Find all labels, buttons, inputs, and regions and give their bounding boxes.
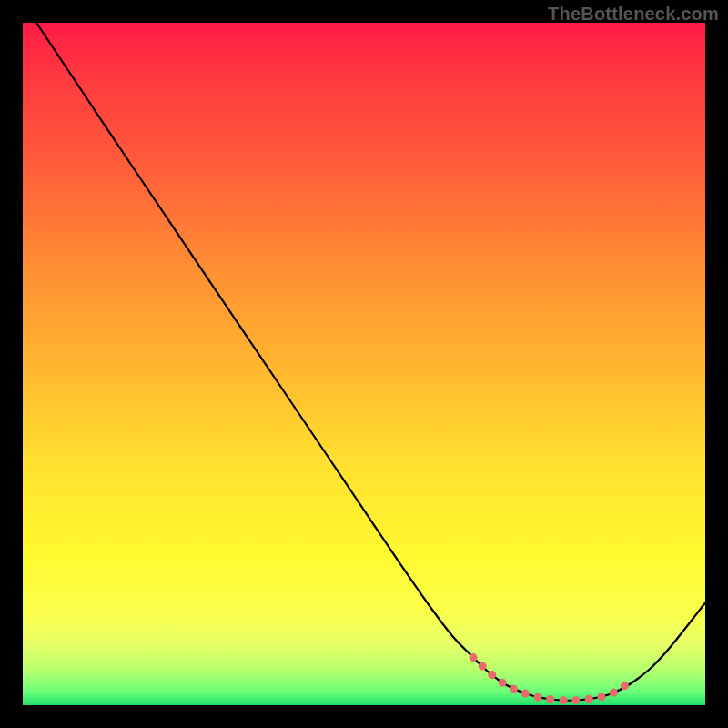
chart-frame: TheBottleneck.com	[0, 0, 728, 728]
watermark-text: TheBottleneck.com	[548, 4, 719, 25]
curve-path	[36, 23, 705, 701]
plot-svg	[23, 23, 705, 705]
